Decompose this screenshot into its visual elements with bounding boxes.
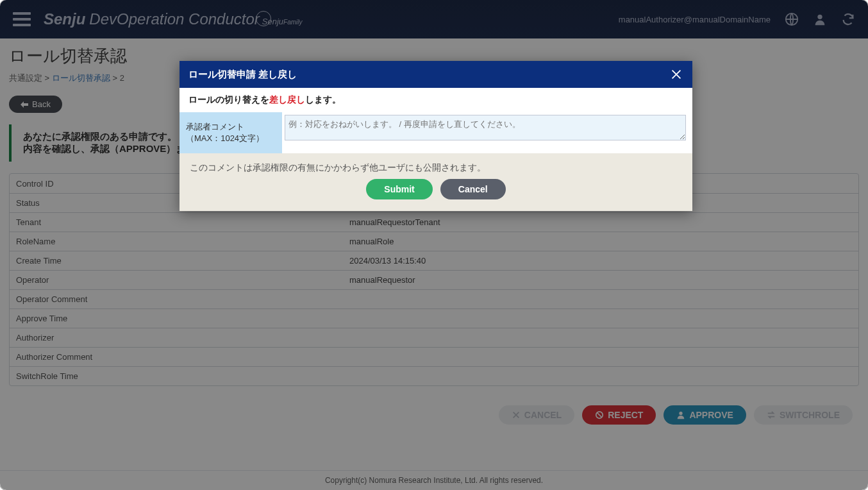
reject-modal: ロール切替申請 差し戻し ロールの切り替えを差し戻しします。 承認者コメント（M…	[179, 61, 692, 211]
submit-button[interactable]: Submit	[366, 179, 432, 199]
comment-input[interactable]	[285, 115, 686, 140]
modal-message: ロールの切り替えを差し戻しします。	[179, 88, 692, 112]
close-icon[interactable]	[669, 67, 683, 81]
modal-title: ロール切替申請 差し戻し	[188, 69, 297, 81]
comment-label: 承認者コメント（MAX：1024文字）	[179, 112, 282, 153]
modal-note: このコメントは承認権限の有無にかかわらず他ユーザにも公開されます。	[179, 153, 692, 179]
modal-cancel-button[interactable]: Cancel	[440, 179, 506, 199]
